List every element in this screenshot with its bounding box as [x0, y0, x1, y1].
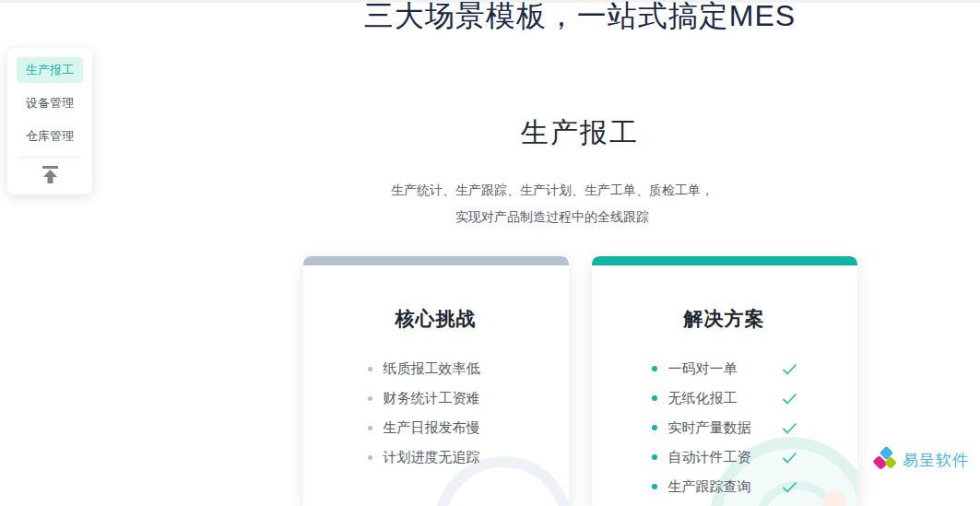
challenge-card: 核心挑战 纸质报工效率低 财务统计工资难 生产日报发布慢	[303, 256, 569, 506]
section-subtitle-line1: 生产统计、生产跟踪、生产计划、生产工单、质检工单，	[152, 177, 952, 204]
sidebar-divider	[18, 157, 81, 158]
bullet-dot-icon	[652, 454, 657, 460]
bullet-dot-icon	[652, 484, 657, 489]
challenge-card-title: 核心挑战	[303, 306, 569, 332]
bullet-dot-icon	[652, 366, 657, 371]
sidebar-item[interactable]: 仓库管理	[17, 124, 83, 149]
solution-card-title: 解决方案	[592, 306, 857, 332]
challenge-item: 生产日报发布慢	[368, 413, 504, 442]
decor-circle-pink	[822, 490, 846, 506]
cards-row: 核心挑战 纸质报工效率低 财务统计工资难 生产日报发布慢	[180, 256, 980, 506]
challenge-item: 财务统计工资难	[368, 383, 504, 413]
page: 三大场景模板，一站式搞定MES 生产报工 设备管理 仓库管理 生产报工 生产统计…	[0, 0, 980, 506]
solution-item-list: 一码对一单 无纸化报工	[652, 354, 797, 501]
brand-logo-text: 易呈软件	[903, 450, 969, 471]
brand-logo-icon	[874, 447, 897, 474]
solution-item-label: 自动计件工资	[668, 449, 751, 466]
sidebar-item[interactable]: 生产报工	[17, 57, 83, 83]
bullet-dot-icon	[652, 395, 657, 401]
solution-item: 一码对一单	[652, 354, 797, 383]
check-icon	[782, 481, 797, 493]
check-icon	[782, 422, 797, 434]
bullet-dot-icon	[368, 426, 372, 430]
solution-item-label: 生产跟踪查询	[668, 478, 751, 496]
challenge-item-label: 财务统计工资难	[384, 390, 480, 407]
solution-item-label: 一码对一单	[668, 360, 738, 378]
section-subtitle-line2: 实现对产品制造过程中的全线跟踪	[152, 204, 952, 230]
sidebar-item[interactable]: 设备管理	[17, 90, 83, 116]
challenge-item: 纸质报工效率低	[368, 354, 504, 383]
section-title: 生产报工	[180, 114, 980, 152]
challenge-item-label: 生产日报发布慢	[384, 419, 480, 437]
bullet-dot-icon	[368, 396, 372, 401]
challenge-item-list: 纸质报工效率低 财务统计工资难 生产日报发布慢 计划进度无追踪	[368, 354, 504, 472]
check-icon	[782, 393, 797, 405]
challenge-item-label: 纸质报工效率低	[384, 360, 480, 378]
bullet-dot-icon	[652, 425, 657, 430]
check-icon	[782, 452, 797, 464]
challenge-item-label: 计划进度无追踪	[384, 449, 480, 466]
solution-item: 生产跟踪查询	[652, 472, 797, 501]
page-title: 三大场景模板，一站式搞定MES	[180, 0, 980, 36]
solution-item: 自动计件工资	[652, 442, 797, 472]
check-icon	[782, 363, 797, 375]
back-to-top-icon	[41, 166, 60, 183]
solution-card: 解决方案 一码对一单 无	[592, 256, 857, 506]
brand-logo: 易呈软件	[874, 447, 969, 474]
sidebar-item-list: 生产报工 设备管理 仓库管理	[7, 57, 92, 149]
bullet-dot-icon	[368, 455, 372, 460]
challenge-card-topbar	[303, 256, 569, 265]
back-to-top-button[interactable]	[7, 159, 92, 189]
solution-item: 无纸化报工	[652, 383, 797, 413]
solution-card-topbar	[592, 256, 857, 265]
solution-item-label: 无纸化报工	[668, 390, 738, 407]
floating-sidebar: 生产报工 设备管理 仓库管理	[7, 48, 92, 194]
challenge-item: 计划进度无追踪	[368, 442, 504, 472]
bullet-dot-icon	[368, 367, 372, 371]
solution-item-label: 实时产量数据	[668, 419, 751, 437]
section-subtitle: 生产统计、生产跟踪、生产计划、生产工单、质检工单， 实现对产品制造过程中的全线跟…	[152, 177, 952, 230]
solution-item: 实时产量数据	[652, 413, 797, 442]
